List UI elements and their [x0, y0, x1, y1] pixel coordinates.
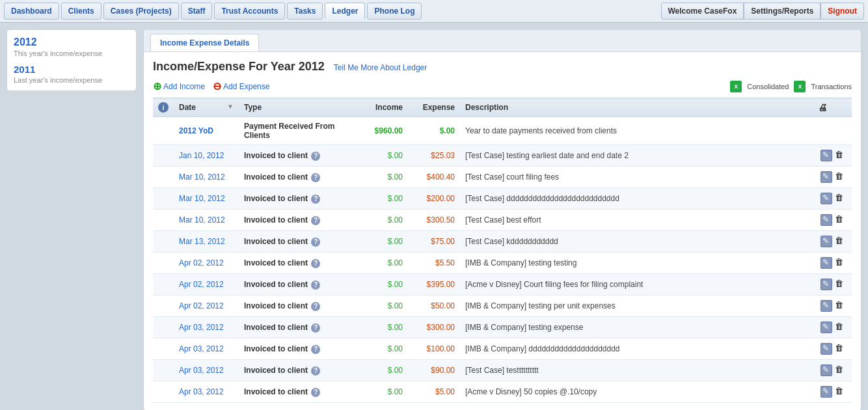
td-info [153, 117, 174, 145]
trash-icon[interactable] [834, 150, 845, 161]
table-row: Apr 02, 2012Invoiced to client ?$.00$395… [153, 274, 852, 295]
sidebar-year-2011-sub: Last year's income/expense [14, 76, 129, 84]
sidebar-year-2011[interactable]: 2011 [14, 64, 129, 75]
nav-tab-tasks[interactable]: Tasks [287, 3, 323, 20]
td-date[interactable]: Mar 13, 2012 [174, 231, 239, 253]
td-date[interactable]: Apr 03, 2012 [174, 360, 239, 381]
trash-icon[interactable] [834, 364, 845, 376]
td-date[interactable]: Mar 10, 2012 [174, 188, 239, 210]
transactions-label: Transactions [811, 83, 852, 90]
td-date[interactable]: Apr 02, 2012 [174, 295, 239, 317]
edit-icon[interactable] [821, 386, 832, 398]
nav-signout[interactable]: Signout [821, 3, 864, 20]
nav-tab-clients[interactable]: Clients [61, 3, 102, 20]
td-date[interactable]: Apr 02, 2012 [174, 253, 239, 274]
td-expense: $25.03 [408, 145, 460, 167]
td-date[interactable]: Apr 03, 2012 [174, 338, 239, 360]
question-mark-icon[interactable]: ? [311, 195, 320, 204]
td-description: [Test Case] best effort [460, 210, 813, 231]
td-type: Invoiced to client ? [239, 145, 356, 167]
trash-icon[interactable] [834, 193, 845, 204]
question-mark-icon[interactable]: ? [311, 173, 320, 182]
question-mark-icon[interactable]: ? [311, 323, 320, 333]
td-date[interactable]: Mar 10, 2012 [174, 210, 239, 231]
trash-icon[interactable] [834, 343, 845, 355]
edit-icon[interactable] [821, 300, 832, 312]
sidebar-year-2012[interactable]: 2012 [14, 36, 129, 48]
consolidated-button[interactable]: Consolidated [747, 83, 789, 90]
td-actions [813, 253, 852, 274]
info-icon[interactable]: i [158, 102, 169, 113]
td-actions [813, 274, 852, 295]
td-description: [Acme v Disney] Court filing fees for fi… [460, 274, 813, 295]
trash-icon[interactable] [834, 321, 845, 333]
question-mark-icon[interactable]: ? [311, 302, 320, 311]
trash-icon[interactable] [834, 300, 845, 312]
td-expense: $5.50 [408, 253, 460, 274]
edit-icon[interactable] [821, 364, 832, 376]
td-actions [813, 381, 852, 403]
tab-income-expense-details[interactable]: Income Expense Details [150, 34, 259, 51]
trash-icon[interactable] [834, 386, 845, 398]
td-date[interactable]: 2012 YoD [174, 117, 239, 145]
consolidated-excel-icon[interactable]: X [730, 81, 742, 92]
edit-icon[interactable] [821, 193, 832, 204]
td-type: Invoiced to client ? [239, 295, 356, 317]
transactions-button[interactable]: Transactions [811, 83, 852, 90]
question-mark-icon[interactable]: ? [311, 238, 320, 247]
printer-icon[interactable]: 🖨 [818, 102, 827, 113]
edit-icon[interactable] [821, 257, 832, 269]
td-description: [IMB & Company] testing per unit expense… [460, 295, 813, 317]
trash-icon[interactable] [834, 236, 845, 247]
th-date[interactable]: Date ▼ [174, 98, 239, 117]
td-date[interactable]: Apr 03, 2012 [174, 317, 239, 338]
edit-icon[interactable] [821, 343, 832, 355]
td-income: $.00 [356, 145, 408, 167]
td-description: [Test Case] testttttttttt [460, 360, 813, 381]
nav-tab-cases[interactable]: Cases (Projects) [103, 3, 179, 20]
td-date[interactable]: Apr 02, 2012 [174, 274, 239, 295]
nav-tab-phonelog[interactable]: Phone Log [367, 3, 422, 20]
add-income-button[interactable]: ⊕ Add Income [153, 80, 205, 92]
question-mark-icon[interactable]: ? [311, 345, 320, 354]
trash-icon[interactable] [834, 257, 845, 269]
td-date[interactable]: Jan 10, 2012 [174, 145, 239, 167]
td-actions [813, 338, 852, 360]
td-date[interactable]: Apr 03, 2012 [174, 381, 239, 403]
td-info [153, 253, 174, 274]
question-mark-icon[interactable]: ? [311, 259, 320, 268]
nav-tab-staff[interactable]: Staff [181, 3, 213, 20]
td-date[interactable]: Mar 10, 2012 [174, 167, 239, 188]
edit-icon[interactable] [821, 171, 832, 183]
td-actions [813, 117, 852, 145]
edit-icon[interactable] [821, 150, 832, 161]
th-expense: Expense [408, 98, 460, 117]
trash-icon[interactable] [834, 279, 845, 290]
question-mark-icon[interactable]: ? [311, 152, 320, 161]
question-mark-icon[interactable]: ? [311, 216, 320, 225]
nav-settings-reports[interactable]: Settings/Reports [744, 3, 821, 20]
question-mark-icon[interactable]: ? [311, 366, 320, 376]
tell-more-link[interactable]: Tell Me More About Ledger [334, 63, 427, 72]
nav-tab-dashboard[interactable]: Dashboard [4, 3, 59, 20]
td-actions [813, 145, 852, 167]
question-mark-icon[interactable]: ? [311, 280, 320, 290]
td-income: $960.00 [356, 117, 408, 145]
edit-icon[interactable] [821, 214, 832, 226]
edit-icon[interactable] [821, 321, 832, 333]
td-info [153, 210, 174, 231]
td-description: [Test Case] kddddddddddd [460, 231, 813, 253]
trash-icon[interactable] [834, 171, 845, 183]
th-description: Description [460, 98, 813, 117]
edit-icon[interactable] [821, 236, 832, 247]
td-income: $.00 [356, 381, 408, 403]
td-info [153, 360, 174, 381]
nav-tab-trust[interactable]: Trust Accounts [214, 3, 285, 20]
table-row: Apr 03, 2012Invoiced to client ?$.00$5.0… [153, 381, 852, 403]
trash-icon[interactable] [834, 214, 845, 226]
transactions-excel-icon[interactable]: X [794, 81, 806, 92]
nav-tab-ledger[interactable]: Ledger [325, 3, 365, 20]
question-mark-icon[interactable]: ? [311, 388, 320, 397]
edit-icon[interactable] [821, 279, 832, 290]
add-expense-button[interactable]: ⊖ Add Expense [213, 80, 269, 92]
